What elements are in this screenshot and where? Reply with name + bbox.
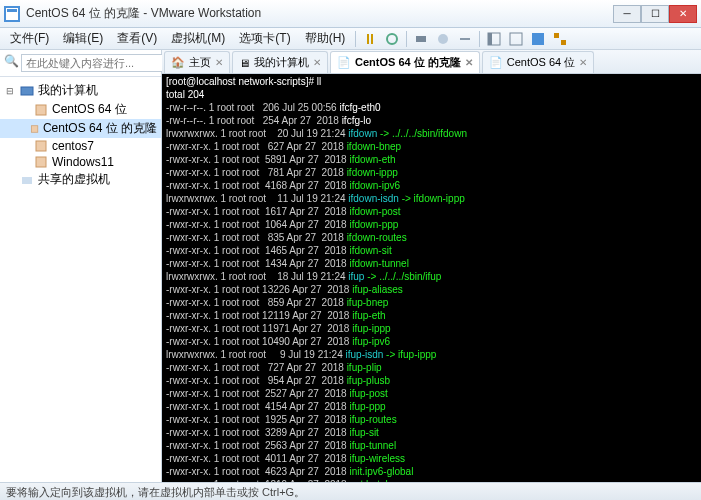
svg-point-7 <box>438 34 448 44</box>
svg-rect-8 <box>460 38 470 40</box>
menu-bar: 文件(F) 编辑(E) 查看(V) 虚拟机(M) 选项卡(T) 帮助(H) <box>0 28 701 50</box>
svg-rect-6 <box>416 36 426 42</box>
tab-home[interactable]: 🏠主页✕ <box>164 51 230 73</box>
tb-unity[interactable] <box>550 29 570 49</box>
tb-usb[interactable] <box>411 29 431 49</box>
tb-net[interactable] <box>455 29 475 49</box>
svg-rect-20 <box>22 177 32 184</box>
menu-vm[interactable]: 虚拟机(M) <box>165 28 231 49</box>
close-button[interactable]: ✕ <box>669 5 697 23</box>
search-icon: 🔍 <box>4 54 19 72</box>
svg-rect-18 <box>36 141 46 151</box>
tb-layout1[interactable] <box>484 29 504 49</box>
menu-file[interactable]: 文件(F) <box>4 28 55 49</box>
svg-rect-16 <box>36 105 46 115</box>
menu-edit[interactable]: 编辑(E) <box>57 28 109 49</box>
tab-bar: 🏠主页✕ 🖥我的计算机✕ 📄CentOS 64 位 的克隆✕ 📄CentOS 6… <box>162 50 701 74</box>
tree-centos64-clone[interactable]: CentOS 64 位 的克隆 <box>0 119 161 138</box>
window-title: CentOS 64 位 的克隆 - VMware Workstation <box>26 5 613 22</box>
vm-icon: 📄 <box>337 56 351 69</box>
computer-icon: 🖥 <box>239 57 250 69</box>
tree-centos64[interactable]: CentOS 64 位 <box>0 100 161 119</box>
maximize-button[interactable]: ☐ <box>641 5 669 23</box>
close-icon[interactable]: ✕ <box>579 57 587 68</box>
tb-snapshot[interactable] <box>382 29 402 49</box>
search-input[interactable] <box>21 54 169 72</box>
svg-rect-2 <box>7 9 17 12</box>
tb-power[interactable] <box>360 29 380 49</box>
svg-rect-10 <box>488 33 492 45</box>
status-bar: 要将输入定向到该虚拟机，请在虚拟机内部单击或按 Ctrl+G。 <box>0 482 701 500</box>
vm-icon: 📄 <box>489 56 503 69</box>
menu-tabs[interactable]: 选项卡(T) <box>233 28 296 49</box>
home-icon: 🏠 <box>171 56 185 69</box>
svg-rect-19 <box>36 157 46 167</box>
app-icon <box>4 6 20 22</box>
library-tree: ⊟我的计算机 CentOS 64 位 CentOS 64 位 的克隆 cento… <box>0 77 161 482</box>
svg-rect-15 <box>21 87 33 95</box>
menu-help[interactable]: 帮助(H) <box>299 28 352 49</box>
tb-fullscreen[interactable] <box>528 29 548 49</box>
tab-my-computer[interactable]: 🖥我的计算机✕ <box>232 51 328 73</box>
svg-rect-11 <box>510 33 522 45</box>
svg-rect-3 <box>367 34 369 44</box>
svg-rect-13 <box>554 33 559 38</box>
tab-centos64[interactable]: 📄CentOS 64 位✕ <box>482 51 594 73</box>
status-text: 要将输入定向到该虚拟机，请在虚拟机内部单击或按 Ctrl+G。 <box>6 486 305 498</box>
close-icon[interactable]: ✕ <box>465 57 473 68</box>
tree-windows11[interactable]: Windows11 <box>0 154 161 170</box>
close-icon[interactable]: ✕ <box>313 57 321 68</box>
svg-rect-4 <box>371 34 373 44</box>
tree-shared[interactable]: 共享的虚拟机 <box>0 170 161 189</box>
tb-layout2[interactable] <box>506 29 526 49</box>
title-bar: CentOS 64 位 的克隆 - VMware Workstation ─ ☐… <box>0 0 701 28</box>
close-icon[interactable]: ✕ <box>215 57 223 68</box>
menu-view[interactable]: 查看(V) <box>111 28 163 49</box>
svg-rect-12 <box>532 33 544 45</box>
sidebar: 🔍 ▼ ⊟我的计算机 CentOS 64 位 CentOS 64 位 的克隆 c… <box>0 50 162 482</box>
terminal[interactable]: [root@localhost network-scripts]# ll tot… <box>162 74 701 482</box>
svg-rect-17 <box>31 125 38 132</box>
svg-rect-14 <box>561 40 566 45</box>
minimize-button[interactable]: ─ <box>613 5 641 23</box>
tb-cd[interactable] <box>433 29 453 49</box>
tree-centos7[interactable]: centos7 <box>0 138 161 154</box>
tree-my-computer[interactable]: ⊟我的计算机 <box>0 81 161 100</box>
tab-clone[interactable]: 📄CentOS 64 位 的克隆✕ <box>330 51 480 73</box>
svg-point-5 <box>387 34 397 44</box>
